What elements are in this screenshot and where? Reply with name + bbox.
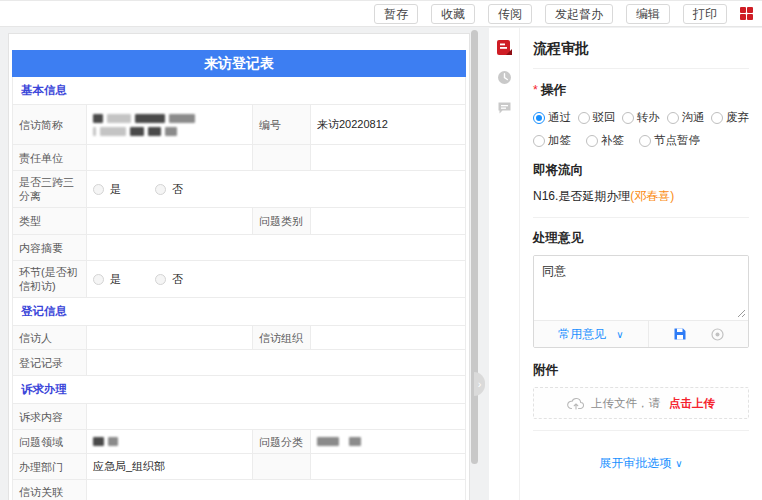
operation-label: *操作 (533, 82, 749, 99)
panel-icon-strip (489, 28, 520, 500)
duty-unit-value (87, 145, 253, 170)
field-label: 问题分类 (253, 430, 311, 453)
initiate-supervision-button[interactable]: 发起督办 (545, 4, 613, 24)
radio-circle-icon[interactable] (622, 112, 634, 124)
field-label: 信访人 (13, 326, 87, 349)
radio-node-pause[interactable]: 节点暂停 (639, 133, 700, 148)
form-row-three-cross: 是否三跨三分离 是 否 (13, 171, 465, 208)
brief-redacted-value (87, 105, 253, 144)
operation-radio-row-2: 加签 补签 节点暂停 (533, 133, 749, 148)
form-scrollbar[interactable] (471, 30, 478, 464)
form-row-appeal: 诉求内容 (13, 404, 465, 430)
radio-add-sign[interactable]: 加签 (533, 133, 571, 148)
opinion-label: 处理意见 (533, 230, 749, 247)
field-label: 是否三跨三分离 (13, 171, 87, 207)
field-label: 登记记录 (13, 350, 87, 375)
field-label: 环节(是否初信初访) (13, 261, 87, 297)
chevron-down-icon: ∨ (616, 329, 623, 340)
radio-circle-icon[interactable] (533, 135, 545, 147)
radio-reject[interactable]: 驳回 (578, 110, 616, 125)
radio-circle-icon[interactable] (533, 112, 545, 124)
radio-yes[interactable]: 是 (93, 182, 121, 197)
field-label: 办理部门 (13, 454, 87, 479)
field-label: 编号 (253, 105, 311, 144)
common-opinions-dropdown[interactable]: 常用意见 ∨ (534, 321, 649, 347)
form-row-record: 登记记录 (13, 350, 465, 376)
save-floppy-icon[interactable] (673, 327, 687, 341)
radio-no[interactable]: 否 (155, 182, 183, 197)
petitioner-value (87, 326, 253, 349)
favorite-button[interactable]: 收藏 (431, 4, 475, 24)
form-row-petitioner: 信访人 信访组织 (13, 326, 465, 350)
radio-circle-icon[interactable] (667, 112, 679, 124)
radio-circle-icon[interactable] (93, 184, 104, 195)
classification-redacted-value (311, 430, 465, 453)
field-label: 类型 (13, 208, 87, 234)
required-mark: * (533, 83, 538, 97)
approval-form-icon[interactable] (496, 39, 513, 56)
expand-approval-options-link[interactable]: 展开审批选项∨ (533, 455, 749, 472)
approval-panel: 流程审批 *操作 通过 驳回 转办 沟通 废弃 加签 补签 节点暂停 即将流向 … (489, 28, 762, 500)
summary-value (87, 235, 465, 260)
circulate-button[interactable]: 传阅 (488, 4, 532, 24)
radio-communicate[interactable]: 沟通 (667, 110, 705, 125)
radio-circle-icon[interactable] (578, 112, 590, 124)
record-value (87, 350, 465, 375)
radio-circle-icon[interactable] (639, 135, 651, 147)
field-label: 责任单位 (13, 145, 87, 170)
opinion-textarea[interactable]: 同意 (534, 256, 748, 320)
empty-label-cell (253, 454, 311, 479)
field-label: 内容摘要 (13, 235, 87, 260)
field-label: 问题领域 (13, 430, 87, 453)
opinion-box: 同意 常用意见 ∨ (533, 255, 749, 348)
upload-dropzone[interactable]: 上传文件，请 点击上传 (533, 387, 749, 419)
radio-circle-icon[interactable] (586, 135, 598, 147)
radio-approve[interactable]: 通过 (533, 110, 571, 125)
apps-grid-icon[interactable] (740, 7, 753, 20)
radio-circle-icon[interactable] (155, 274, 166, 285)
radio-circle-icon[interactable] (711, 112, 723, 124)
form-title: 来访登记表 (12, 50, 466, 77)
number-value: 来访20220812 (311, 105, 465, 144)
save-draft-button[interactable]: 暂存 (374, 4, 418, 24)
upload-text: 上传文件，请 (591, 396, 660, 411)
form-table: 基本信息 信访简称 编号 来访20220812 责任单位 是否三跨三分离 是 否 (12, 77, 466, 500)
three-cross-radios: 是 否 (87, 171, 465, 207)
radio-supplement-sign[interactable]: 补签 (586, 133, 624, 148)
flow-person: (邓春喜) (630, 189, 674, 203)
print-button[interactable]: 打印 (683, 4, 727, 24)
chevron-right-icon: › (478, 378, 482, 390)
field-label: 诉求内容 (13, 404, 87, 429)
field-label: 问题类别 (253, 208, 311, 234)
section-appeal-handling: 诉求办理 (13, 376, 465, 404)
type-value (87, 208, 253, 234)
field-label: 信访关联 (13, 480, 87, 500)
radio-circle-icon[interactable] (93, 274, 104, 285)
flow-value: N16.是否延期办理(邓春喜) (533, 188, 749, 218)
radio-discard[interactable]: 废弃 (711, 110, 749, 125)
voice-input-icon[interactable] (711, 328, 724, 341)
stage-radios: 是 否 (87, 261, 465, 297)
form-row-department: 办理部门 应急局_组织部 (13, 454, 465, 480)
edit-button[interactable]: 编辑 (626, 4, 670, 24)
panel-collapse-handle[interactable]: › (474, 372, 485, 396)
form-row-brief: 信访简称 编号 来访20220812 (13, 105, 465, 145)
upload-link[interactable]: 点击上传 (669, 396, 715, 411)
department-value: 应急局_组织部 (87, 454, 253, 479)
operation-radio-row-1: 通过 驳回 转办 沟通 废弃 (533, 110, 749, 125)
problem-category-value (311, 208, 465, 234)
toolbar: 暂存 收藏 传阅 发起督办 编辑 打印 (0, 0, 762, 27)
radio-transfer[interactable]: 转办 (622, 110, 660, 125)
empty-label-cell (253, 145, 311, 170)
comment-note-icon[interactable] (496, 99, 513, 116)
radio-circle-icon[interactable] (155, 184, 166, 195)
flow-label: 即将流向 (533, 162, 749, 179)
panel-title: 流程审批 (533, 40, 749, 69)
form-row-stage: 环节(是否初信初访) 是 否 (13, 261, 465, 298)
chevron-down-icon: ∨ (675, 458, 682, 469)
field-label: 信访简称 (13, 105, 87, 144)
attachment-label: 附件 (533, 362, 749, 379)
radio-no[interactable]: 否 (155, 272, 183, 287)
radio-yes[interactable]: 是 (93, 272, 121, 287)
history-clock-icon[interactable] (496, 69, 513, 86)
